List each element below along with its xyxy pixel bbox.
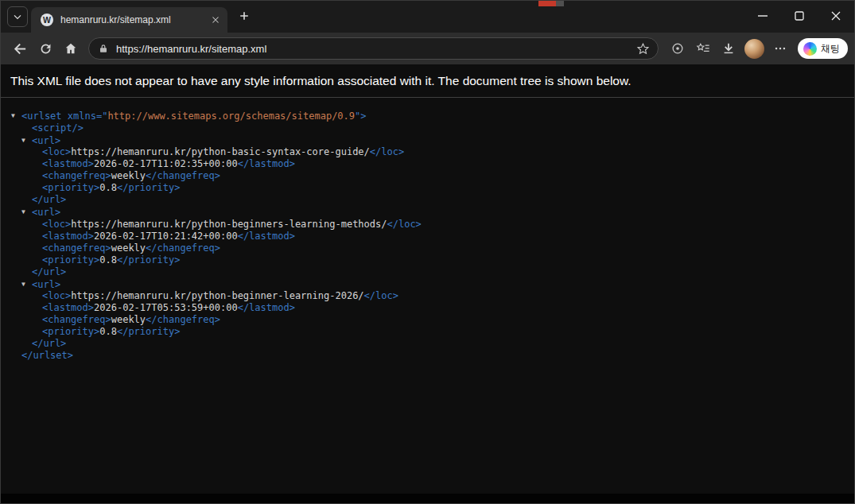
download-icon — [721, 41, 736, 56]
xml-tag: <lastmod> — [42, 302, 94, 313]
xml-tag: <loc> — [42, 219, 71, 230]
xml-text: https://hemanruru.kr/python-basic-syntax… — [71, 146, 370, 157]
xml-line: <changefreq>weekly</changefreq> — [1, 314, 854, 326]
window-bottom-edge — [1, 494, 854, 503]
xml-tag: <loc> — [42, 290, 71, 301]
xml-tag: <url> — [32, 207, 60, 218]
xml-tag: </changefreq> — [146, 314, 220, 325]
xml-text: 0.8 — [99, 254, 117, 266]
xml-tag: </priority> — [117, 254, 180, 266]
xml-line: <changefreq>weekly</changefreq> — [1, 170, 854, 182]
xml-tag: </loc> — [370, 146, 404, 157]
maximize-button[interactable] — [781, 1, 818, 31]
xml-tag: <changefreq> — [42, 314, 111, 325]
xml-text: weekly — [111, 242, 146, 254]
xml-tag: <urlset xmlns=" — [21, 110, 107, 122]
chevron-down-icon — [11, 10, 24, 23]
site-security-lock-icon[interactable] — [97, 42, 110, 55]
xml-text: 2026-02-17T05:53:59+00:00 — [94, 302, 238, 313]
copilot-icon — [803, 42, 817, 56]
xml-tag: </url> — [32, 338, 66, 349]
home-icon — [64, 41, 78, 56]
favorites-hub-button[interactable] — [690, 36, 716, 61]
back-button[interactable] — [7, 36, 33, 61]
xml-line: <priority>0.8</priority> — [1, 182, 854, 194]
xml-text: 2026-02-17T11:02:35+00:00 — [94, 158, 238, 169]
xml-tag: </url> — [32, 266, 66, 277]
collapse-arrow-icon[interactable]: ▼ — [21, 278, 32, 290]
close-button[interactable] — [818, 1, 854, 31]
wordpress-favicon-icon: W — [41, 14, 53, 26]
profile-avatar[interactable] — [744, 39, 764, 59]
xml-tag: <script/> — [32, 122, 84, 134]
recording-indicator-red — [538, 1, 556, 6]
xml-notice-text: This XML file does not appear to have an… — [1, 64, 854, 98]
xml-line: <priority>0.8</priority> — [1, 326, 854, 338]
xml-attr: http://www.sitemaps.org/schemas/sitemap/… — [107, 110, 355, 122]
xml-tag: <url> — [32, 278, 60, 289]
favorites-star-list-icon — [696, 41, 710, 56]
xml-line: </url> — [1, 338, 854, 350]
xml-line: </urlset> — [1, 350, 854, 362]
xml-tag: <priority> — [42, 326, 99, 337]
xml-line: ▼<url> — [1, 206, 854, 219]
window-controls — [744, 1, 854, 33]
xml-line: ▼<url> — [1, 278, 854, 291]
xml-tag: </url> — [32, 194, 66, 205]
xml-tag: <loc> — [42, 146, 71, 157]
new-tab-button[interactable] — [234, 6, 255, 26]
copilot-chat-button[interactable]: 채팅 — [798, 38, 848, 59]
browser-essentials-icon — [670, 41, 685, 56]
tab-close-button[interactable] — [208, 13, 223, 27]
xml-tag: </priority> — [117, 182, 180, 193]
xml-line: ▼<urlset xmlns="http://www.sitemaps.org/… — [1, 110, 854, 122]
xml-line: <changefreq>weekly</changefreq> — [1, 242, 854, 254]
xml-text: https://hemanruru.kr/python-beginner-lea… — [71, 290, 363, 301]
collapse-arrow-icon[interactable]: ▼ — [21, 206, 32, 218]
url-text[interactable]: https://hemanruru.kr/sitemap.xml — [116, 43, 632, 55]
settings-more-button[interactable] — [768, 36, 793, 61]
xml-tree: ▼<urlset xmlns="http://www.sitemaps.org/… — [1, 98, 854, 362]
xml-tag: </changefreq> — [146, 170, 220, 181]
refresh-button[interactable] — [33, 36, 58, 61]
recording-indicator-gray — [556, 1, 564, 6]
xml-tag: <url> — [32, 134, 60, 145]
browser-essentials-button[interactable] — [665, 36, 690, 61]
xml-line: <lastmod>2026-02-17T11:02:35+00:00</last… — [1, 158, 854, 170]
back-arrow-icon — [13, 41, 28, 56]
home-button[interactable] — [58, 36, 84, 61]
xml-text: weekly — [111, 170, 146, 181]
xml-tag: </priority> — [117, 326, 180, 337]
xml-line: <lastmod>2026-02-17T05:53:59+00:00</last… — [1, 302, 854, 314]
xml-line: </url> — [1, 266, 854, 278]
xml-text: 0.8 — [99, 326, 117, 337]
collapse-arrow-icon[interactable]: ▼ — [11, 110, 21, 122]
active-tab[interactable]: W hemanruru.kr/sitemap.xml — [31, 7, 227, 33]
minimize-button[interactable] — [744, 1, 781, 31]
xml-line: <script/> — [1, 122, 854, 134]
address-bar[interactable]: https://hemanruru.kr/sitemap.xml — [88, 37, 659, 60]
collapse-arrow-icon[interactable]: ▼ — [21, 134, 32, 146]
xml-tag: </loc> — [364, 290, 398, 301]
tab-actions-menu-button[interactable] — [7, 6, 28, 27]
xml-line: </url> — [1, 194, 854, 206]
bookmark-star-button[interactable] — [632, 38, 653, 59]
xml-tag: <changefreq> — [42, 242, 111, 254]
xml-line: <loc>https://hemanruru.kr/python-beginne… — [1, 219, 854, 231]
xml-text: 0.8 — [99, 182, 117, 193]
xml-tag: </lastmod> — [238, 158, 295, 169]
xml-tag: <priority> — [42, 254, 99, 266]
downloads-button[interactable] — [716, 36, 741, 61]
xml-text: 2026-02-17T10:21:42+00:00 — [94, 231, 238, 242]
xml-line: <priority>0.8</priority> — [1, 254, 854, 266]
xml-tag: <priority> — [42, 182, 99, 193]
xml-tag: <lastmod> — [42, 231, 94, 242]
xml-text: weekly — [111, 314, 146, 325]
screen-capture-indicator — [538, 1, 564, 6]
xml-tag: </lastmod> — [238, 302, 295, 313]
browser-window: W hemanruru.kr/sitemap.xml — [0, 0, 855, 504]
xml-line: ▼<url> — [1, 134, 854, 147]
browser-toolbar: https://hemanruru.kr/sitemap.xml — [1, 33, 854, 64]
tab-strip: W hemanruru.kr/sitemap.xml — [1, 1, 854, 33]
ellipsis-icon — [773, 41, 787, 56]
